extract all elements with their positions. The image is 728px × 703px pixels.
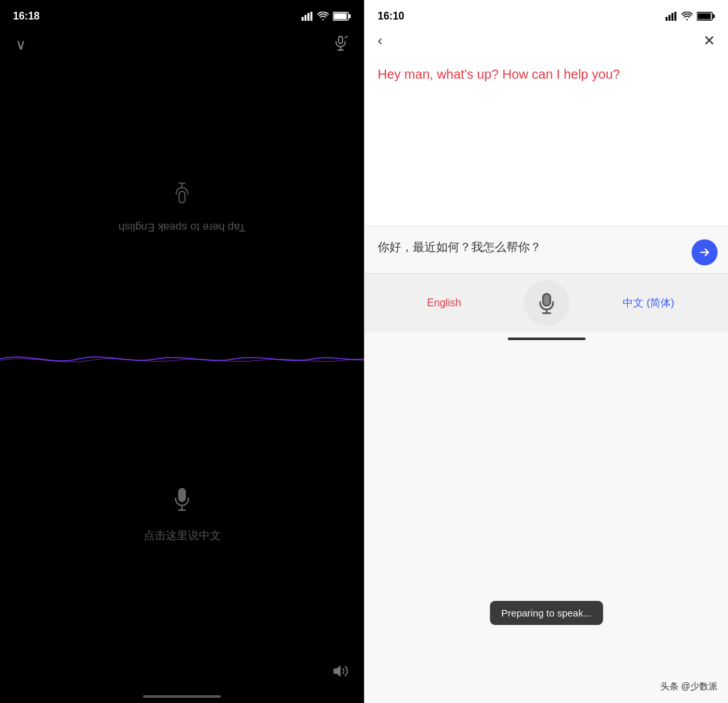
send-arrow-button[interactable] (692, 239, 718, 265)
right-battery-icon (697, 12, 715, 21)
right-nav-bar: ‹ ✕ (365, 27, 728, 57)
english-language-button[interactable]: English (365, 292, 524, 314)
left-bottom-bar (0, 656, 364, 695)
svg-rect-3 (311, 12, 313, 21)
upper-english-section[interactable]: Tap here to speak English (0, 62, 364, 346)
svg-rect-2 (307, 13, 309, 21)
watermark: 头条 @少数派 (660, 681, 718, 693)
center-mic-button[interactable] (524, 280, 569, 326)
svg-rect-15 (666, 17, 668, 21)
svg-rect-5 (349, 14, 351, 18)
svg-rect-21 (698, 14, 711, 20)
english-mic-icon[interactable] (170, 175, 194, 207)
center-mic-icon (536, 292, 558, 314)
preparing-text: Preparing to speak... (501, 607, 591, 618)
svg-rect-0 (302, 17, 304, 21)
chinese-mic-icon[interactable] (170, 485, 194, 518)
bottom-language-bar: English 中文 (简体) (365, 273, 728, 332)
left-status-bar: 16:18 (0, 0, 364, 27)
preparing-tooltip: Preparing to speak... (489, 601, 603, 625)
wifi-icon (317, 12, 329, 21)
svg-rect-1 (305, 15, 307, 21)
left-panel: 16:18 ∨ (0, 0, 364, 703)
lower-chinese-section[interactable]: 点击这里说中文 (0, 372, 364, 656)
right-signal-icon (666, 12, 677, 21)
battery-icon (333, 12, 351, 21)
svg-rect-6 (334, 14, 347, 20)
back-button[interactable]: ‹ (378, 33, 382, 49)
svg-line-9 (345, 36, 347, 38)
lower-translation-panel: 你好，最近如何？我怎么帮你？ Preparing to speak... Eng… (365, 226, 728, 703)
svg-rect-18 (675, 12, 677, 21)
signal-icon (302, 12, 313, 21)
svg-rect-16 (669, 15, 671, 21)
tap-english-label: Tap here to speak English (118, 220, 246, 233)
volume-icon[interactable] (333, 663, 348, 682)
tap-chinese-label: 点击这里说中文 (144, 528, 221, 543)
english-translation-text: Hey man, what's up? How can I help you? (378, 65, 715, 83)
right-status-bar: 16:10 (365, 0, 728, 27)
left-status-icons (302, 12, 351, 21)
right-time: 16:10 (378, 10, 404, 22)
chevron-down-icon[interactable]: ∨ (16, 36, 26, 53)
left-time: 16:18 (13, 10, 40, 22)
right-panel: 16:10 ‹ ✕ Hey man, w (364, 0, 728, 703)
svg-marker-14 (334, 667, 340, 676)
wave-svg (0, 346, 364, 372)
chinese-translation-text: 你好，最近如何？我怎么帮你？ (378, 239, 684, 256)
svg-rect-20 (713, 14, 715, 18)
chinese-text-area: 你好，最近如何？我怎么帮你？ (365, 226, 728, 273)
svg-rect-17 (671, 13, 673, 21)
right-status-icons (666, 12, 715, 21)
upper-translation-panel: Hey man, what's up? How can I help you? (365, 57, 728, 226)
arrow-right-icon (698, 246, 711, 259)
close-button[interactable]: ✕ (703, 33, 715, 49)
right-wifi-icon (681, 12, 693, 21)
home-indicator-left (143, 695, 221, 698)
chinese-language-button[interactable]: 中文 (简体) (569, 291, 729, 315)
wave-divider (0, 346, 364, 372)
left-top-controls: ∨ (0, 27, 364, 62)
home-indicator-right (508, 338, 586, 340)
mic-settings-icon[interactable] (333, 35, 348, 55)
